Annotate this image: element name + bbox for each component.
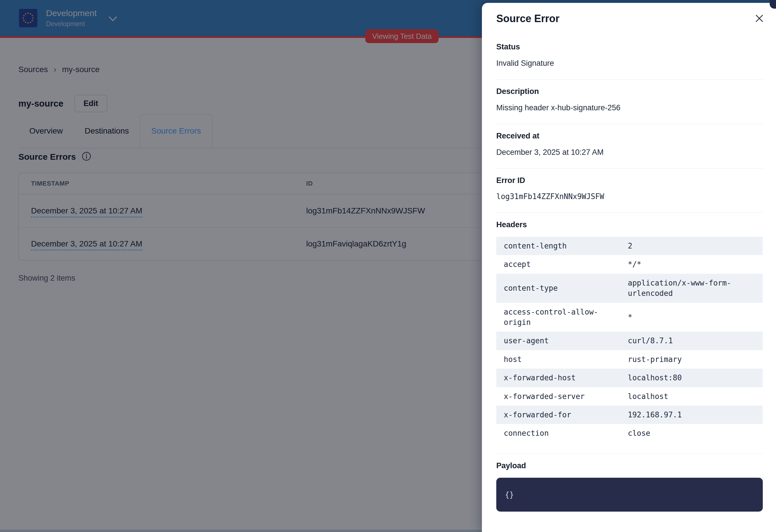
header-value: 192.168.97.1 bbox=[628, 410, 755, 420]
source-error-drawer: Source Error Status Invalid Signature De… bbox=[482, 3, 776, 532]
payload-code-block: {} bbox=[496, 478, 763, 512]
divider bbox=[496, 454, 763, 454]
divider bbox=[496, 124, 763, 124]
close-icon[interactable] bbox=[754, 13, 765, 24]
payload-label: Payload bbox=[496, 461, 763, 470]
header-key: accept bbox=[504, 259, 628, 270]
header-row: x-forwarded-host localhost:80 bbox=[496, 369, 763, 387]
header-key: user-agent bbox=[504, 336, 628, 346]
error-id-value: log31mFb14ZZFXnNNx9WJSFW bbox=[496, 192, 763, 202]
header-key: content-length bbox=[504, 241, 628, 251]
header-row: user-agent curl/8.7.1 bbox=[496, 332, 763, 350]
headers-label: Headers bbox=[496, 220, 763, 229]
header-value: localhost bbox=[628, 391, 755, 401]
divider bbox=[496, 79, 763, 79]
header-value: rust-primary bbox=[628, 354, 755, 365]
header-value: */* bbox=[628, 259, 755, 270]
status-label: Status bbox=[496, 42, 763, 51]
error-id-label: Error ID bbox=[496, 176, 763, 185]
header-row: x-forwarded-server localhost bbox=[496, 387, 763, 406]
header-value: close bbox=[628, 428, 755, 438]
header-row: connection close bbox=[496, 424, 763, 442]
header-row: accept */* bbox=[496, 255, 763, 274]
header-key: connection bbox=[504, 428, 628, 438]
header-value: localhost:80 bbox=[628, 373, 755, 383]
header-key: host bbox=[504, 354, 628, 365]
header-row: content-length 2 bbox=[496, 237, 763, 255]
header-key: x-forwarded-server bbox=[504, 391, 628, 401]
received-at-label: Received at bbox=[496, 132, 763, 141]
divider bbox=[496, 168, 763, 169]
received-at-value: December 3, 2025 at 10:27 AM bbox=[496, 147, 763, 157]
header-row: content-type application/x-www-form-urle… bbox=[496, 274, 763, 303]
header-value: * bbox=[628, 312, 755, 322]
payload-code: {} bbox=[505, 490, 514, 499]
header-value: application/x-www-form-urlencoded bbox=[628, 278, 755, 299]
drawer-title: Source Error bbox=[496, 13, 763, 25]
description-value: Missing header x-hub-signature-256 bbox=[496, 103, 763, 113]
header-row: access-control-allow-origin * bbox=[496, 303, 763, 332]
header-key: x-forwarded-host bbox=[504, 373, 628, 383]
header-key: content-type bbox=[504, 283, 628, 293]
header-value: 2 bbox=[628, 241, 755, 251]
header-value: curl/8.7.1 bbox=[628, 336, 755, 346]
header-row: host rust-primary bbox=[496, 350, 763, 369]
description-label: Description bbox=[496, 87, 763, 96]
status-value: Invalid Signature bbox=[496, 58, 763, 68]
headers-table: content-length 2 accept */* content-type… bbox=[496, 237, 763, 442]
header-key: x-forwarded-for bbox=[504, 410, 628, 420]
header-key: access-control-allow-origin bbox=[504, 307, 628, 328]
header-row: x-forwarded-for 192.168.97.1 bbox=[496, 406, 763, 424]
